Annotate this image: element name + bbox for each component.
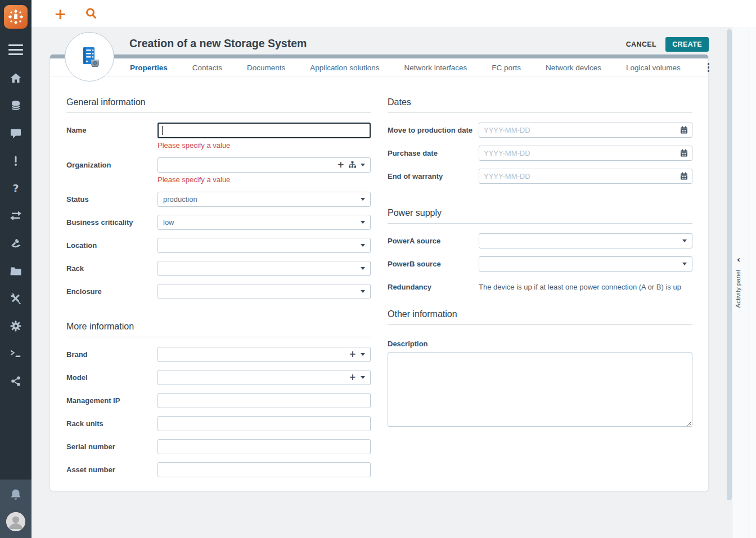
chevron-down-icon[interactable]: [361, 164, 365, 166]
move-to-production-date-input[interactable]: [479, 123, 692, 138]
purchase-date-input[interactable]: [479, 146, 692, 161]
field-model: Model +: [66, 370, 371, 385]
tab-network-interfaces[interactable]: Network interfaces: [404, 64, 467, 72]
redundancy-label: Redundancy: [388, 279, 479, 291]
properties-form: General information Name Please specify …: [50, 77, 708, 485]
name-label: Name: [66, 123, 158, 134]
gear-icon[interactable]: [9, 320, 22, 332]
description-textarea[interactable]: [388, 352, 692, 427]
header-actions: CANCEL CREATE: [626, 37, 709, 52]
notifications-bell-icon[interactable]: [8, 487, 23, 504]
chevron-down-icon: [682, 263, 687, 265]
tab-contacts[interactable]: Contacts: [192, 64, 222, 72]
exclamation-icon[interactable]: [9, 155, 22, 167]
brand-select[interactable]: +: [158, 347, 371, 362]
activity-panel-label[interactable]: Activity panel: [735, 270, 741, 308]
location-select[interactable]: [158, 238, 371, 253]
tab-network-devices[interactable]: Network devices: [546, 64, 601, 72]
section-other-information: Other information: [388, 309, 692, 325]
menu-toggle-icon[interactable]: [8, 44, 23, 55]
field-redundancy: Redundancy The device is up if at least …: [388, 279, 692, 292]
tab-fc-ports[interactable]: FC ports: [492, 64, 521, 72]
main-content: Creation of a new Storage System CANCEL …: [32, 27, 756, 538]
rack-units-input[interactable]: [158, 416, 371, 431]
vertical-scrollbar[interactable]: [727, 29, 732, 500]
enclosure-select[interactable]: [158, 284, 371, 299]
calendar-icon[interactable]: [680, 172, 688, 182]
hand-tool-icon[interactable]: [9, 237, 22, 250]
location-label: Location: [66, 238, 158, 250]
tools-icon[interactable]: [9, 292, 22, 305]
tabs-overflow-menu-icon[interactable]: [705, 62, 712, 73]
tab-logical-volumes[interactable]: Logical volumes: [626, 64, 681, 72]
folder-icon[interactable]: [9, 265, 22, 277]
new-object-icon[interactable]: +: [54, 6, 67, 21]
sidebar: ?: [0, 0, 32, 538]
business-criticality-select[interactable]: low: [158, 215, 371, 230]
name-input[interactable]: [158, 123, 371, 138]
chevron-down-icon: [682, 239, 687, 242]
field-business-criticality: Business criticality low: [66, 215, 371, 230]
text-cursor: [162, 126, 163, 135]
question-icon[interactable]: ?: [9, 182, 22, 195]
storage-system-class-icon: [65, 32, 114, 82]
add-organization-icon[interactable]: +: [337, 161, 344, 169]
field-name: Name Please specify a value: [66, 123, 371, 150]
search-icon[interactable]: [85, 7, 97, 20]
create-button[interactable]: CREATE: [665, 37, 709, 52]
enclosure-label: Enclosure: [66, 284, 158, 296]
add-brand-icon[interactable]: +: [349, 350, 356, 359]
serial-number-input[interactable]: [158, 439, 371, 454]
tab-properties[interactable]: Properties: [130, 64, 168, 72]
redundancy-value: The device is up if at least one power c…: [479, 279, 692, 292]
organization-select[interactable]: +: [158, 157, 371, 173]
terminal-icon[interactable]: [9, 347, 22, 360]
add-model-icon[interactable]: +: [349, 373, 356, 382]
transfer-arrows-icon[interactable]: [9, 210, 22, 222]
chevron-down-icon: [361, 221, 365, 224]
tab-bar: Properties Contacts Documents Applicatio…: [50, 58, 708, 77]
share-icon[interactable]: [9, 375, 22, 387]
tab-documents[interactable]: Documents: [247, 64, 285, 72]
rack-units-label: Rack units: [66, 416, 158, 428]
card-top-strip: [50, 55, 708, 58]
section-dates: Dates: [388, 97, 692, 113]
asset-number-input[interactable]: [158, 462, 371, 477]
status-select[interactable]: production: [158, 192, 371, 207]
description-label: Description: [388, 340, 692, 348]
management-ip-input[interactable]: [158, 393, 371, 408]
form-left-column: General information Name Please specify …: [66, 97, 371, 485]
activity-panel-collapsed: ‹ Activity panel: [732, 27, 756, 538]
cancel-button[interactable]: CANCEL: [626, 40, 656, 48]
chevron-down-icon[interactable]: [361, 376, 365, 379]
rack-label: Rack: [66, 261, 158, 273]
name-validation-message: Please specify a value: [158, 141, 371, 150]
app-logo-icon[interactable]: [4, 5, 28, 29]
chat-icon[interactable]: [9, 127, 22, 139]
power-a-source-select[interactable]: [479, 233, 692, 248]
calendar-icon[interactable]: [680, 126, 688, 136]
field-organization: Organization +: [66, 157, 371, 184]
chevron-down-icon[interactable]: [361, 353, 365, 356]
user-avatar[interactable]: [6, 512, 25, 531]
model-select[interactable]: +: [158, 370, 371, 385]
field-asset-number: Asset number: [66, 462, 371, 477]
calendar-icon[interactable]: [680, 149, 688, 159]
field-power-a-source: PowerA source: [388, 233, 692, 248]
page-title: Creation of a new Storage System: [129, 37, 307, 50]
rack-select[interactable]: [158, 261, 371, 276]
tab-application-solutions[interactable]: Application solutions: [310, 64, 379, 72]
activity-panel-strip: ‹ Activity panel: [732, 27, 749, 538]
hierarchy-icon[interactable]: [349, 160, 356, 170]
end-of-warranty-input[interactable]: [479, 169, 692, 184]
expand-activity-panel-icon[interactable]: ‹: [737, 255, 740, 265]
database-icon[interactable]: [9, 100, 22, 112]
end-of-warranty-label: End of warranty: [388, 169, 479, 180]
sidebar-user-section: [0, 480, 32, 538]
power-b-source-label: PowerB source: [388, 256, 479, 268]
field-rack: Rack: [66, 261, 371, 276]
field-rack-units: Rack units: [66, 416, 371, 431]
home-icon[interactable]: [9, 72, 22, 84]
power-b-source-select[interactable]: [479, 256, 692, 272]
status-label: Status: [66, 192, 158, 204]
